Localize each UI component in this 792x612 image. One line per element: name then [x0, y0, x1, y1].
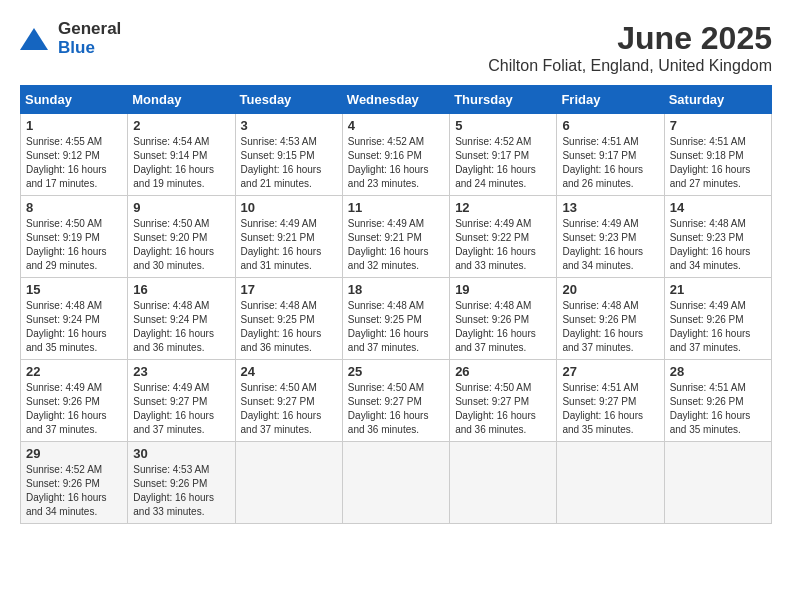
calendar-cell: 22Sunrise: 4:49 AMSunset: 9:26 PMDayligh…: [21, 360, 128, 442]
calendar-cell: 10Sunrise: 4:49 AMSunset: 9:21 PMDayligh…: [235, 196, 342, 278]
header-thursday: Thursday: [450, 86, 557, 114]
calendar-cell: 28Sunrise: 4:51 AMSunset: 9:26 PMDayligh…: [664, 360, 771, 442]
header-monday: Monday: [128, 86, 235, 114]
calendar-cell: 26Sunrise: 4:50 AMSunset: 9:27 PMDayligh…: [450, 360, 557, 442]
calendar-cell: 14Sunrise: 4:48 AMSunset: 9:23 PMDayligh…: [664, 196, 771, 278]
calendar-cell: 6Sunrise: 4:51 AMSunset: 9:17 PMDaylight…: [557, 114, 664, 196]
calendar-cell: 18Sunrise: 4:48 AMSunset: 9:25 PMDayligh…: [342, 278, 449, 360]
logo-blue-text: Blue: [58, 39, 121, 58]
calendar-cell: 17Sunrise: 4:48 AMSunset: 9:25 PMDayligh…: [235, 278, 342, 360]
calendar-cell: 23Sunrise: 4:49 AMSunset: 9:27 PMDayligh…: [128, 360, 235, 442]
calendar-cell: 15Sunrise: 4:48 AMSunset: 9:24 PMDayligh…: [21, 278, 128, 360]
calendar-cell: [342, 442, 449, 524]
location-subtitle: Chilton Foliat, England, United Kingdom: [488, 57, 772, 75]
logo: General Blue: [20, 20, 121, 57]
calendar-cell: 5Sunrise: 4:52 AMSunset: 9:17 PMDaylight…: [450, 114, 557, 196]
calendar-cell: 13Sunrise: 4:49 AMSunset: 9:23 PMDayligh…: [557, 196, 664, 278]
logo-general-text: General: [58, 20, 121, 39]
calendar-cell: 25Sunrise: 4:50 AMSunset: 9:27 PMDayligh…: [342, 360, 449, 442]
calendar-cell: 29Sunrise: 4:52 AMSunset: 9:26 PMDayligh…: [21, 442, 128, 524]
calendar-cell: [557, 442, 664, 524]
calendar-cell: 9Sunrise: 4:50 AMSunset: 9:20 PMDaylight…: [128, 196, 235, 278]
calendar-cell: 21Sunrise: 4:49 AMSunset: 9:26 PMDayligh…: [664, 278, 771, 360]
calendar-cell: 4Sunrise: 4:52 AMSunset: 9:16 PMDaylight…: [342, 114, 449, 196]
calendar-header-row: Sunday Monday Tuesday Wednesday Thursday…: [21, 86, 772, 114]
calendar-cell: 27Sunrise: 4:51 AMSunset: 9:27 PMDayligh…: [557, 360, 664, 442]
calendar-cell: 16Sunrise: 4:48 AMSunset: 9:24 PMDayligh…: [128, 278, 235, 360]
calendar-cell: 20Sunrise: 4:48 AMSunset: 9:26 PMDayligh…: [557, 278, 664, 360]
calendar-cell: [664, 442, 771, 524]
calendar-cell: [450, 442, 557, 524]
calendar-cell: 24Sunrise: 4:50 AMSunset: 9:27 PMDayligh…: [235, 360, 342, 442]
calendar-cell: 30Sunrise: 4:53 AMSunset: 9:26 PMDayligh…: [128, 442, 235, 524]
calendar-cell: 3Sunrise: 4:53 AMSunset: 9:15 PMDaylight…: [235, 114, 342, 196]
header-friday: Friday: [557, 86, 664, 114]
calendar-cell: 8Sunrise: 4:50 AMSunset: 9:19 PMDaylight…: [21, 196, 128, 278]
calendar-cell: 1Sunrise: 4:55 AMSunset: 9:12 PMDaylight…: [21, 114, 128, 196]
calendar-table: Sunday Monday Tuesday Wednesday Thursday…: [20, 85, 772, 524]
header-tuesday: Tuesday: [235, 86, 342, 114]
calendar-cell: 11Sunrise: 4:49 AMSunset: 9:21 PMDayligh…: [342, 196, 449, 278]
calendar-cell: 7Sunrise: 4:51 AMSunset: 9:18 PMDaylight…: [664, 114, 771, 196]
title-area: June 2025 Chilton Foliat, England, Unite…: [488, 20, 772, 75]
calendar-cell: 2Sunrise: 4:54 AMSunset: 9:14 PMDaylight…: [128, 114, 235, 196]
calendar-cell: 19Sunrise: 4:48 AMSunset: 9:26 PMDayligh…: [450, 278, 557, 360]
calendar-cell: 12Sunrise: 4:49 AMSunset: 9:22 PMDayligh…: [450, 196, 557, 278]
header-wednesday: Wednesday: [342, 86, 449, 114]
header-saturday: Saturday: [664, 86, 771, 114]
calendar-cell: [235, 442, 342, 524]
month-year-title: June 2025: [488, 20, 772, 57]
header-sunday: Sunday: [21, 86, 128, 114]
page-header: General Blue June 2025 Chilton Foliat, E…: [20, 20, 772, 75]
